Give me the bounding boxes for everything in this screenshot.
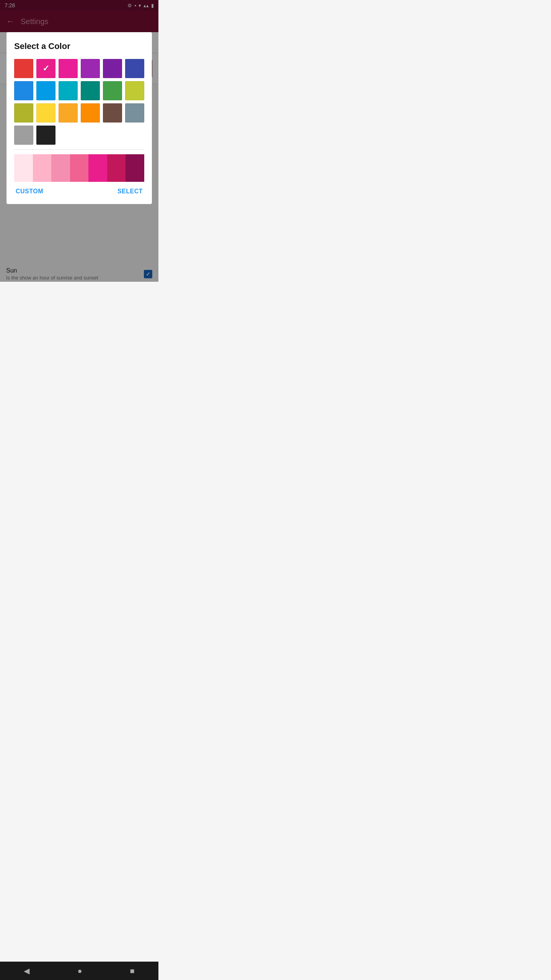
color-dialog-overlay: Select a Color CUSTOM SELECT [0, 0, 158, 282]
gradient-segment-4[interactable] [88, 154, 107, 182]
color-swatch-1[interactable] [36, 59, 55, 78]
color-swatch-8[interactable] [59, 81, 78, 100]
gradient-segment-1[interactable] [33, 154, 52, 182]
divider [14, 149, 144, 150]
color-swatch-14[interactable] [59, 103, 78, 122]
color-swatch-2[interactable] [59, 59, 78, 78]
color-swatch-11[interactable] [125, 81, 144, 100]
color-swatch-7[interactable] [36, 81, 55, 100]
dialog-title: Select a Color [14, 41, 144, 51]
color-swatch-4[interactable] [103, 59, 122, 78]
gradient-segment-2[interactable] [51, 154, 70, 182]
color-picker-dialog: Select a Color CUSTOM SELECT [7, 32, 152, 204]
color-grid [14, 59, 144, 145]
select-button[interactable]: SELECT [116, 185, 144, 198]
color-swatch-12[interactable] [14, 103, 33, 122]
color-swatch-3[interactable] [81, 59, 100, 78]
color-swatch-16[interactable] [103, 103, 122, 122]
gradient-segment-6[interactable] [126, 154, 144, 182]
custom-button[interactable]: CUSTOM [14, 185, 45, 198]
page-wrapper: 7:28 ⚙ ▪ ▾ ▴▴ ▮ ← Settings Language Head… [0, 0, 158, 282]
color-swatch-5[interactable] [125, 59, 144, 78]
color-swatch-9[interactable] [81, 81, 100, 100]
gradient-segment-3[interactable] [70, 154, 89, 182]
color-swatch-15[interactable] [81, 103, 100, 122]
color-swatch-6[interactable] [14, 81, 33, 100]
gradient-segment-5[interactable] [107, 154, 126, 182]
gradient-row [14, 154, 144, 182]
color-swatch-18[interactable] [14, 126, 33, 145]
gradient-segment-0[interactable] [14, 154, 33, 182]
color-swatch-17[interactable] [125, 103, 144, 122]
color-swatch-10[interactable] [103, 81, 122, 100]
color-swatch-0[interactable] [14, 59, 33, 78]
color-swatch-13[interactable] [36, 103, 55, 122]
dialog-actions: CUSTOM SELECT [14, 183, 144, 198]
color-swatch-19[interactable] [36, 126, 55, 145]
